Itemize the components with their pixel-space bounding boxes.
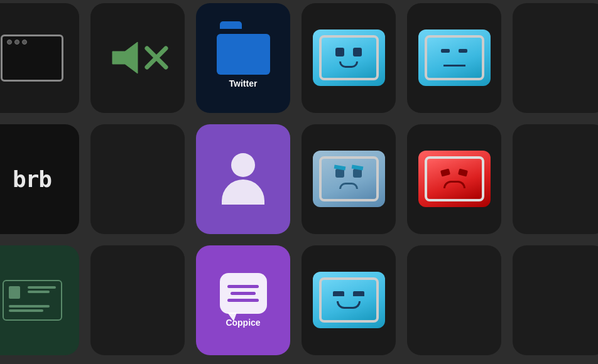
folder-graphic (217, 28, 270, 75)
app-empty-6 (513, 245, 598, 355)
person-body (222, 179, 264, 205)
robot-sad-mouth (339, 183, 358, 189)
bizcard-graphic (3, 280, 62, 321)
chat-line-3 (227, 299, 259, 302)
folder-tab (220, 21, 242, 29)
bizcard-top-row (9, 286, 56, 299)
app-contact-icon[interactable] (196, 124, 290, 234)
robot-angry-screen (425, 156, 484, 201)
app-grid: Twitter brb (0, 0, 598, 364)
mute-graphic (106, 36, 169, 80)
app-empty-3 (513, 124, 598, 234)
bizcard-title-line (28, 291, 50, 293)
app-robot-smug-icon[interactable] (302, 245, 396, 355)
left-eye (335, 48, 344, 56)
bizcard-info-1 (9, 305, 50, 308)
right-eye (353, 48, 362, 56)
person-head (231, 153, 255, 177)
robot-happy-screen (319, 35, 379, 80)
app-window-icon[interactable] (0, 3, 79, 113)
robot-grumpy-screen (425, 35, 484, 80)
app-coppice-icon[interactable]: Coppice (196, 245, 290, 355)
robot-smug-mouth (337, 301, 361, 309)
robot-smug-face (313, 272, 385, 328)
right-eye-happy (353, 291, 364, 296)
robot-smug-eyes (333, 291, 364, 296)
app-brb-icon[interactable]: brb (0, 124, 79, 234)
left-eye-squint (441, 49, 450, 53)
app-twitter-icon[interactable]: Twitter (196, 3, 290, 113)
robot-angry-mouth (443, 181, 465, 188)
app-empty-2 (90, 124, 185, 234)
dot-2 (14, 40, 19, 45)
bizcard-name-line (28, 286, 56, 289)
robot-angry-eyes (441, 169, 467, 176)
left-eye-happy (333, 291, 344, 296)
app-bizcard-icon[interactable] (0, 245, 79, 355)
robot-grumpy-face (418, 29, 491, 86)
app-mute-icon[interactable] (90, 3, 185, 113)
robot-sad-face (313, 151, 385, 207)
window-dots (3, 36, 62, 48)
app-robot-sad-icon[interactable] (302, 124, 396, 234)
robot-angry-face (418, 151, 491, 207)
chat-bubble-graphic (220, 273, 267, 314)
robot-sad-eyes (335, 169, 362, 178)
dot-1 (7, 40, 12, 45)
app-empty-4 (90, 245, 185, 355)
right-eye-worried (353, 169, 362, 178)
app-robot-happy-icon[interactable] (302, 3, 396, 113)
folder-body (217, 34, 270, 75)
app-robot-angry-icon[interactable] (407, 124, 501, 234)
robot-sad-screen (319, 156, 379, 201)
app-empty-1 (513, 3, 598, 113)
robot-grumpy-mouth (443, 60, 465, 67)
svg-marker-0 (112, 42, 138, 73)
bizcard-info-2 (9, 309, 43, 312)
person-graphic (222, 153, 264, 205)
robot-happy-mouth (339, 62, 358, 68)
robot-smug-screen (319, 277, 379, 323)
right-eye-angry (458, 168, 468, 176)
bizcard-photo (9, 286, 20, 299)
twitter-label: Twitter (229, 78, 258, 88)
bizcard-text (28, 286, 56, 293)
right-eye-squint (459, 49, 467, 53)
app-empty-5 (407, 245, 501, 355)
chat-line-1 (227, 285, 259, 288)
left-eye-worried (335, 169, 344, 178)
robot-happy-face (313, 29, 385, 86)
robot-grumpy-eyes (441, 49, 467, 55)
robot-happy-eyes (335, 48, 362, 56)
brb-label: brb (13, 166, 52, 192)
window-graphic (1, 35, 63, 82)
left-eye-angry (440, 168, 450, 176)
dot-3 (22, 40, 27, 45)
chat-line-2 (231, 292, 256, 295)
app-robot-grumpy-icon[interactable] (407, 3, 501, 113)
